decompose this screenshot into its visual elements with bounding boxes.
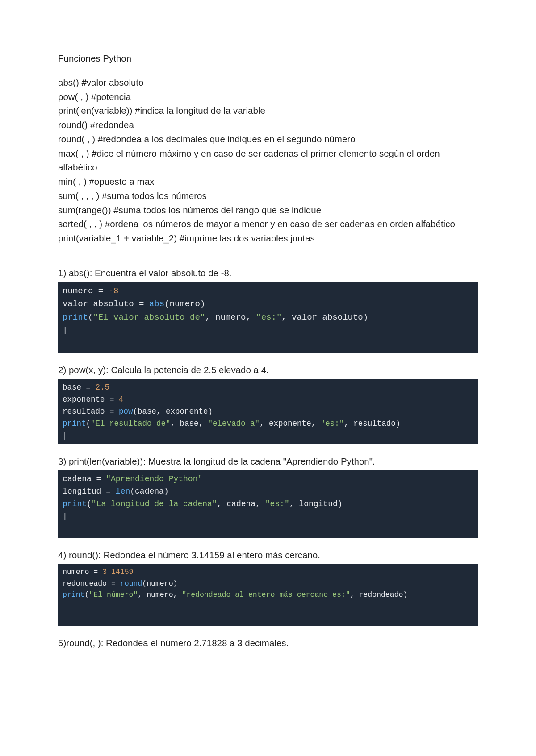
note-line: sum(range()) #suma todos los números del…: [58, 203, 478, 217]
code-token: "La longitud de la cadena": [92, 499, 217, 508]
code-token: "es:": [265, 499, 289, 508]
code-token: =: [105, 407, 119, 416]
code-token: , numero,: [205, 312, 256, 322]
code-token: , resultado): [344, 419, 400, 428]
code-token: , longitud): [289, 499, 343, 508]
code-token: abs: [149, 299, 164, 309]
document-title: Funciones Python: [58, 51, 478, 66]
code-token: (numero): [142, 579, 177, 588]
code-token: =: [105, 395, 119, 404]
cursor-icon: |: [63, 431, 67, 440]
note-line: max( , ) #dice el número máximo y en cas…: [58, 146, 478, 175]
code-token: valor_absoluto: [63, 299, 134, 309]
code-token: (cadena): [130, 487, 168, 496]
code-token: (numero): [164, 299, 205, 309]
code-token: , base,: [171, 419, 208, 428]
code-token: , numero,: [138, 590, 182, 599]
code-token: 3.14159: [102, 568, 133, 576]
note-line: pow( , ) #potencia: [58, 90, 478, 104]
code-token: =: [107, 579, 120, 588]
code-token: "elevado a": [208, 419, 260, 428]
code-token: pow: [119, 407, 133, 416]
code-token: =: [92, 474, 106, 483]
document-page: Funciones Python abs() #valor absoluto p…: [0, 0, 536, 688]
code-token: "Aprendiendo Python": [106, 474, 202, 483]
code-token: (: [85, 590, 89, 599]
code-token: (: [88, 312, 93, 322]
code-token: "El resultado de": [91, 419, 171, 428]
code-token: =: [81, 383, 96, 392]
code-token: "es:": [321, 419, 344, 428]
function-notes: abs() #valor absoluto pow( , ) #potencia…: [58, 75, 478, 245]
code-token: len: [116, 487, 130, 496]
note-line: sorted( , , ) #ordena los números de may…: [58, 217, 478, 231]
code-token: base: [63, 383, 81, 392]
exercise-2-label: 2) pow(x, y): Calcula la potencia de 2.5…: [58, 363, 478, 377]
exercise-3-code: cadena = "Aprendiendo Python" longitud =…: [58, 470, 478, 538]
code-token: longitud: [63, 487, 101, 496]
code-token: print: [63, 590, 85, 599]
cursor-icon: |: [63, 512, 67, 521]
code-token: round: [120, 579, 142, 588]
code-token: numero: [63, 568, 89, 576]
code-token: (base, exponente): [133, 407, 213, 416]
exercise-4-label: 4) round(): Redondea el número 3.14159 a…: [58, 548, 478, 562]
code-token: , exponente,: [260, 419, 321, 428]
code-token: , valor_absoluto): [281, 312, 368, 322]
exercise-1-label: 1) abs(): Encuentra el valor absoluto de…: [58, 266, 478, 280]
code-token: print: [63, 499, 87, 508]
exercise-1-code: numero = -8 valor_absoluto = abs(numero)…: [58, 282, 478, 353]
code-token: =: [101, 487, 115, 496]
exercise-2-code: base = 2.5 exponente = 4 resultado = pow…: [58, 379, 478, 445]
code-token: , redondeado): [350, 590, 408, 599]
note-line: round() #redondea: [58, 118, 478, 132]
note-line: min( , ) #opuesto a max: [58, 174, 478, 189]
code-token: print: [63, 419, 86, 428]
code-token: print: [63, 312, 88, 322]
code-token: cadena: [63, 474, 92, 483]
code-token: 2.5: [96, 383, 110, 392]
exercise-4-code: numero = 3.14159 redondeado = round(nume…: [58, 564, 478, 626]
code-token: exponente: [63, 395, 105, 404]
code-token: -8: [109, 286, 119, 296]
note-line: print(variable_1 + variable_2) #imprime …: [58, 231, 478, 245]
note-line: sum( , , , ) #suma todos los números: [58, 189, 478, 203]
code-token: =: [89, 568, 102, 576]
code-token: redondeado: [63, 579, 107, 588]
code-token: 4: [119, 395, 124, 404]
exercise-3-label: 3) print(len(variable)): Muestra la long…: [58, 454, 478, 469]
code-token: =: [93, 286, 108, 296]
code-token: "redondeado al entero más cercano es:": [182, 590, 350, 599]
code-token: (: [87, 499, 92, 508]
note-line: abs() #valor absoluto: [58, 75, 478, 90]
code-token: numero: [63, 286, 93, 296]
code-token: resultado: [63, 407, 105, 416]
exercise-5-label: 5)round(, ): Redondea el número 2.71828 …: [58, 636, 478, 650]
note-line: print(len(variable)) #indica la longitud…: [58, 104, 478, 118]
code-token: "El número": [89, 590, 138, 599]
code-token: "es:": [256, 312, 281, 322]
code-token: (: [86, 419, 91, 428]
note-line: round( , ) #redondea a los decimales que…: [58, 132, 478, 146]
code-token: =: [134, 299, 149, 309]
code-token: "El valor absoluto de": [93, 312, 205, 322]
code-token: , cadena,: [217, 499, 265, 508]
cursor-icon: |: [63, 325, 67, 335]
